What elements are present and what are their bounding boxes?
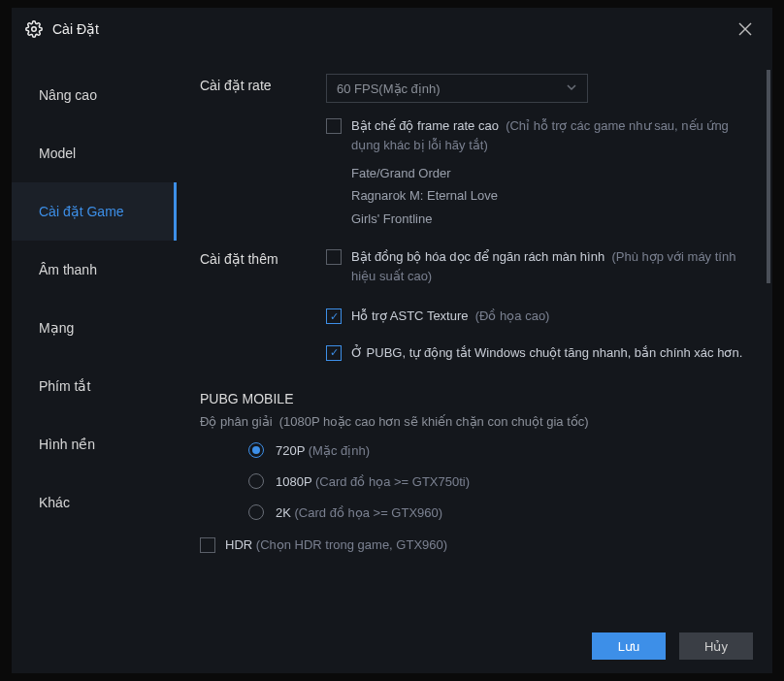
sidebar-item-game[interactable]: Cài đặt Game (12, 182, 177, 241)
close-button[interactable] (732, 16, 759, 43)
pubg-mouse-text: Ở PUBG, tự động tắt Windows chuột tăng n… (351, 343, 742, 363)
svg-point-0 (32, 27, 37, 32)
hdr-text: HDR (Chọn HDR trong game, GTX960) (225, 535, 447, 555)
sidebar-item-model[interactable]: Model (12, 124, 177, 182)
vsync-text: Bật đồng bộ hóa dọc để ngăn rách màn hìn… (351, 247, 753, 285)
sidebar-item-shortcut[interactable]: Phím tắt (12, 357, 177, 415)
chevron-down-icon (566, 81, 577, 96)
astc-text: Hỗ trợ ASTC Texture (Đồ họa cao) (351, 307, 549, 326)
content-pane: Cài đặt rate 60 FPS(Mặc định) ✓ Bật chế … (177, 50, 772, 619)
sidebar-label: Mạng (39, 320, 74, 336)
sidebar-item-other[interactable]: Khác (12, 473, 177, 532)
supported-games: Fate/Grand Order Ragnarok M: Eternal Lov… (351, 162, 753, 230)
highfps-checkbox[interactable]: ✓ (326, 118, 342, 134)
titlebar: Cài Đặt (12, 8, 772, 50)
sidebar-label: Âm thanh (39, 262, 97, 277)
radio-icon (248, 504, 264, 520)
sidebar-item-network[interactable]: Mạng (12, 299, 177, 357)
pubg-mouse-checkbox[interactable]: ✓ (326, 345, 342, 361)
resolution-label: Độ phân giải (1080P hoặc cao hơn sẽ khiế… (200, 414, 753, 429)
sidebar-label: Nâng cao (39, 87, 97, 103)
fps-select[interactable]: 60 FPS(Mặc định) (326, 74, 588, 103)
gear-icon (25, 20, 43, 38)
rate-label: Cài đặt rate (200, 74, 326, 230)
res-2k-option[interactable]: 2K (Card đồ họa >= GTX960) (248, 504, 753, 520)
scrollbar[interactable] (767, 70, 770, 283)
highfps-text: Bật chế độ frame rate cao (Chỉ hỗ trợ cá… (351, 116, 753, 154)
save-button[interactable]: Lưu (592, 632, 666, 660)
sidebar-label: Phím tắt (39, 378, 90, 394)
sidebar-label: Khác (39, 495, 70, 510)
vsync-checkbox[interactable]: ✓ (326, 249, 342, 265)
res-720p-option[interactable]: 720P (Mặc định) (248, 442, 753, 458)
hdr-checkbox[interactable]: ✓ (200, 537, 215, 553)
sidebar-item-sound[interactable]: Âm thanh (12, 241, 177, 299)
sidebar-item-advanced[interactable]: Nâng cao (12, 66, 177, 124)
footer: Lưu Hủy (12, 619, 772, 673)
radio-icon (248, 442, 264, 458)
fps-select-value: 60 FPS(Mặc định) (337, 81, 441, 96)
astc-checkbox[interactable]: ✓ (326, 308, 342, 324)
sidebar-label: Cài đặt Game (39, 204, 124, 219)
sidebar-label: Model (39, 146, 76, 161)
pubg-heading: PUBG MOBILE (200, 391, 753, 406)
settings-dialog: Cài Đặt Nâng cao Model Cài đặt Game Âm t… (12, 8, 772, 673)
sidebar: Nâng cao Model Cài đặt Game Âm thanh Mạn… (12, 50, 177, 619)
sidebar-label: Hình nền (39, 437, 95, 452)
sidebar-item-wallpaper[interactable]: Hình nền (12, 415, 177, 473)
extra-label: Cài đặt thêm (200, 247, 326, 370)
res-1080p-option[interactable]: 1080P (Card đồ họa >= GTX750ti) (248, 473, 753, 489)
window-title: Cài Đặt (52, 21, 732, 37)
radio-icon (248, 473, 264, 489)
cancel-button[interactable]: Hủy (679, 632, 753, 660)
